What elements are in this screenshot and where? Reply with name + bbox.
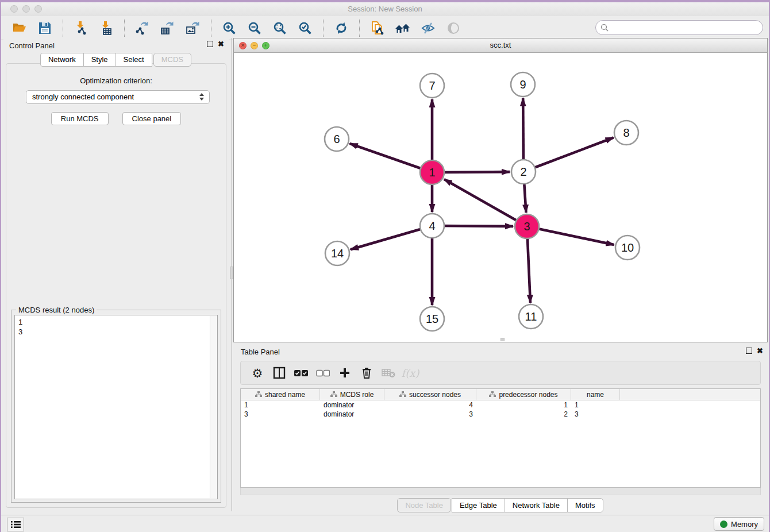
- apply-layout-icon[interactable]: [333, 20, 350, 37]
- float-panel-icon[interactable]: [207, 41, 213, 47]
- import-network-icon[interactable]: [72, 20, 90, 37]
- search-box[interactable]: [595, 20, 763, 35]
- column-label: shared name: [265, 391, 305, 399]
- graph-node-11[interactable]: 11: [519, 304, 543, 329]
- memory-button[interactable]: Memory: [714, 517, 764, 531]
- select-all-columns-icon[interactable]: [294, 365, 309, 380]
- graph-node-1[interactable]: 1: [420, 160, 444, 184]
- import-table-icon[interactable]: [98, 20, 115, 37]
- table-tabs: Node TableEdge TableNetwork TableMotifs: [233, 498, 768, 512]
- column-header-predecessor-nodes[interactable]: predecessor nodes: [476, 389, 571, 400]
- delete-table-icon: [381, 365, 396, 380]
- save-session-icon[interactable]: [36, 20, 53, 37]
- table-cell: dominator: [320, 410, 384, 419]
- memory-status-icon: [720, 521, 727, 528]
- table-body: 1dominator4113dominator323: [241, 400, 760, 419]
- search-icon: [600, 24, 609, 32]
- delete-column-icon[interactable]: [359, 365, 374, 380]
- graph-edge-3-1[interactable]: [444, 179, 527, 226]
- close-window-icon[interactable]: [10, 5, 18, 13]
- result-scrollbar[interactable]: [210, 316, 217, 498]
- column-header-shared-name[interactable]: shared name: [241, 389, 320, 400]
- graph-node-2[interactable]: 2: [511, 160, 536, 184]
- tab-style[interactable]: Style: [83, 53, 116, 67]
- select-stepper-icon: [199, 93, 205, 101]
- graph-node-3[interactable]: 3: [515, 214, 539, 238]
- column-header-successor-nodes[interactable]: successor nodes: [384, 389, 476, 400]
- table-header-row: shared nameMCDS rolesuccessor nodesprede…: [241, 389, 760, 400]
- table-cell: 1: [241, 400, 320, 410]
- tab-select[interactable]: Select: [116, 53, 152, 67]
- column-header-name[interactable]: name: [571, 389, 620, 400]
- svg-text:14: 14: [331, 247, 344, 260]
- graph-node-8[interactable]: 8: [614, 121, 638, 145]
- column-header-MCDS-role[interactable]: MCDS role: [320, 389, 384, 400]
- graph-node-9[interactable]: 9: [511, 72, 535, 97]
- export-network-icon[interactable]: [134, 20, 151, 37]
- search-input[interactable]: [609, 22, 763, 33]
- deselect-all-columns-icon[interactable]: [315, 365, 330, 380]
- network-titlebar[interactable]: ✕ − + scc.txt: [234, 38, 767, 53]
- tab-edge-table[interactable]: Edge Table: [452, 498, 505, 512]
- tab-network[interactable]: Network: [40, 53, 84, 67]
- show-all-icon: [445, 20, 462, 37]
- close-panel-button[interactable]: Close panel: [122, 112, 182, 125]
- task-history-button[interactable]: [7, 518, 24, 531]
- svg-text:9: 9: [519, 78, 526, 91]
- table-cell: 3: [571, 410, 620, 419]
- run-mcds-button[interactable]: Run MCDS: [51, 112, 109, 125]
- table-cell: 2: [476, 410, 571, 419]
- canvas-resize-handle[interactable]: [500, 338, 505, 341]
- graph-node-6[interactable]: 6: [325, 127, 349, 151]
- table-row[interactable]: 3dominator323: [241, 410, 760, 419]
- float-table-panel-icon[interactable]: [746, 348, 752, 354]
- toolbar-separator: [124, 20, 125, 37]
- graph-edge-3-10[interactable]: [527, 226, 614, 245]
- clone-network-icon[interactable]: [369, 20, 386, 37]
- graph-node-14[interactable]: 14: [325, 241, 349, 265]
- graph-node-4[interactable]: 4: [420, 214, 444, 238]
- graph-node-7[interactable]: 7: [420, 74, 444, 98]
- tab-network-table[interactable]: Network Table: [505, 498, 568, 512]
- network-maximize-icon[interactable]: +: [262, 42, 270, 49]
- table-row[interactable]: 1dominator411: [241, 400, 760, 410]
- split-panel-icon[interactable]: [272, 365, 287, 380]
- toolbar-separator: [211, 20, 211, 37]
- network-canvas[interactable]: 7968124314101511: [234, 53, 767, 342]
- hide-selected-icon[interactable]: [419, 20, 437, 37]
- svg-text:11: 11: [525, 310, 537, 323]
- graph-edge-1-6[interactable]: [350, 144, 432, 172]
- criterion-select[interactable]: strongly connected component: [26, 90, 210, 104]
- open-session-icon[interactable]: [11, 20, 28, 37]
- network-graph: 7968124314101511: [234, 53, 767, 342]
- first-neighbors-icon[interactable]: [394, 20, 411, 37]
- mcds-result-text[interactable]: 1 3: [14, 315, 218, 499]
- tab-mcds[interactable]: MCDS: [153, 53, 191, 67]
- close-panel-icon[interactable]: ✖: [218, 41, 224, 48]
- zoom-in-icon[interactable]: [221, 20, 238, 37]
- zoom-out-icon[interactable]: [246, 20, 263, 37]
- status-bar: Memory: [1, 515, 769, 532]
- table-cell: 3: [384, 410, 476, 419]
- close-table-panel-icon[interactable]: ✖: [757, 348, 763, 354]
- table-settings-gear-icon[interactable]: ⚙: [250, 365, 265, 380]
- tab-node-table[interactable]: Node Table: [397, 498, 451, 512]
- app-titlebar: Session: New Session: [1, 2, 769, 16]
- minimize-window-icon[interactable]: [22, 5, 30, 13]
- table-cell: 1: [476, 400, 571, 410]
- export-table-icon[interactable]: [159, 20, 176, 37]
- table-panel-title: Table Panel: [241, 348, 280, 356]
- svg-text:7: 7: [429, 79, 435, 92]
- add-column-icon[interactable]: [337, 365, 352, 380]
- zoom-selected-icon[interactable]: [297, 20, 314, 37]
- graph-node-10[interactable]: 10: [615, 236, 640, 260]
- maximize-window-icon[interactable]: [34, 5, 42, 13]
- graph-edge-2-8[interactable]: [523, 138, 614, 172]
- tab-motifs[interactable]: Motifs: [567, 498, 603, 512]
- export-image-icon[interactable]: [184, 20, 202, 37]
- graph-node-15[interactable]: 15: [420, 307, 444, 331]
- zoom-fit-icon[interactable]: [271, 20, 288, 37]
- network-close-icon[interactable]: ✕: [239, 42, 247, 49]
- network-minimize-icon[interactable]: −: [251, 42, 258, 49]
- application-window: Session: New Session Control Panel ✖ Net…: [1, 2, 769, 532]
